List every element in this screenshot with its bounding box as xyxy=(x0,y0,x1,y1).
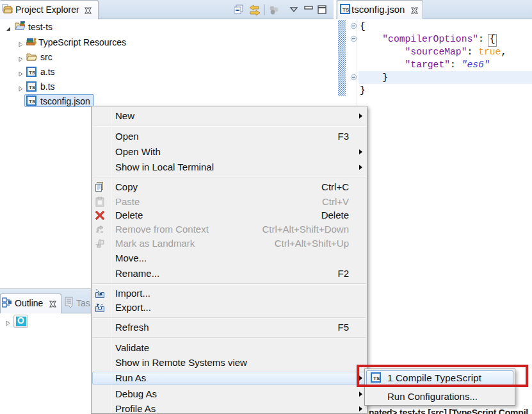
svg-text:TS: TS xyxy=(29,99,36,104)
svg-text:TS: TS xyxy=(29,85,36,90)
svg-text:TS: TS xyxy=(29,70,36,76)
svg-text:TS: TS xyxy=(343,7,350,13)
